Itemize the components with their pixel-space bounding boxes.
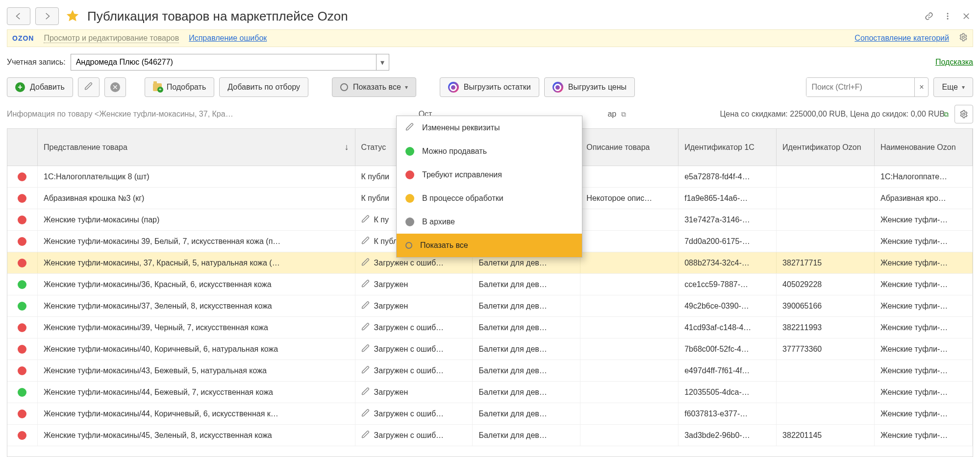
status-dot-icon	[18, 431, 26, 440]
cell-category: Балетки для дев…	[473, 403, 580, 424]
cell-name-ozon: Женские туфли-…	[875, 338, 973, 360]
menu-item-processing[interactable]: В процессе обработки	[397, 187, 582, 210]
search-clear-button[interactable]: ×	[914, 78, 928, 96]
cell-product-name: Женские туфли-мокасины/44, Бежевый, 7, и…	[38, 382, 355, 403]
cell-description	[580, 274, 678, 295]
close-icon[interactable]	[959, 9, 973, 23]
status-filter-menu: Изменены реквизиты Можно продавать Требу…	[396, 116, 582, 258]
cell-category: Балетки для дев…	[473, 295, 580, 316]
edit-button[interactable]	[78, 77, 100, 97]
pencil-icon	[361, 236, 370, 247]
cell-name-ozon: Женские туфли-…	[875, 403, 973, 424]
table-row[interactable]: Женские туфли-мокасины/36, Красный, 6, и…	[7, 274, 973, 295]
hint-link[interactable]: Подсказка	[935, 58, 973, 67]
green-dot-icon	[405, 147, 414, 156]
cell-description	[580, 231, 678, 252]
menu-item-changed[interactable]: Изменены реквизиты	[397, 116, 582, 140]
pencil-icon	[361, 322, 370, 333]
cell-id-ozon	[777, 209, 875, 230]
menu-item-can-sell[interactable]: Можно продавать	[397, 140, 582, 163]
expand-prices-icon[interactable]: ⧉	[944, 110, 949, 119]
cell-product-name: Женские туфли-мокасины/43, Бежевый, 5, н…	[38, 360, 355, 381]
svg-point-0	[947, 13, 949, 14]
cell-status-dot	[7, 209, 38, 230]
cell-status: Загружен	[355, 382, 473, 403]
status-dot-icon	[18, 366, 26, 375]
th-product-name[interactable]: Представление товара↓	[38, 129, 355, 166]
status-dot-icon	[18, 280, 26, 289]
cell-category: Балетки для дев…	[473, 338, 580, 360]
cell-status: Загружен с ошиб…	[355, 338, 473, 360]
th-id-1c[interactable]: Идентификатор 1С	[678, 129, 777, 166]
table-settings-button[interactable]	[955, 105, 973, 123]
page-title: Публикация товаров на маркетплейсе Ozon	[87, 9, 348, 24]
cell-status-dot	[7, 338, 38, 360]
add-by-filter-button[interactable]: Добавить по отбору	[219, 77, 308, 97]
pick-button[interactable]: Подобрать	[145, 77, 215, 97]
table-row[interactable]: Женские туфли-мокасины/37, Зеленый, 8, и…	[7, 295, 973, 317]
table-row[interactable]: Женские туфли-мокасины/43, Бежевый, 5, н…	[7, 360, 973, 382]
view-edit-products-link[interactable]: Просмотр и редактирование товаров	[44, 34, 179, 43]
th-description[interactable]: Описание товара	[580, 129, 678, 166]
upload-prices-button[interactable]: Выгрузить цены	[544, 77, 635, 97]
cell-id-1c: 31e7427a-3146-…	[678, 209, 777, 230]
cell-status-dot	[7, 403, 38, 424]
forward-button[interactable]	[35, 7, 59, 25]
cell-status-dot	[7, 295, 38, 316]
pencil-icon	[361, 344, 370, 355]
cell-product-name: Женские туфли-мокасины/39, Черный, 7, ис…	[38, 317, 355, 338]
match-categories-link[interactable]: Сопоставление категорий	[854, 34, 949, 43]
cell-status-dot	[7, 252, 38, 273]
table-row[interactable]: Женские туфли-мокасины/45, Зеленый, 8, и…	[7, 425, 973, 446]
unit-tail: ар	[607, 110, 616, 119]
table-row[interactable]: Женские туфли-мокасины/40, Коричневый, 6…	[7, 338, 973, 360]
pencil-icon	[361, 387, 370, 398]
table-row[interactable]: Женские туфли-мокасины/44, Бежевый, 7, и…	[7, 382, 973, 403]
expand-icon[interactable]: ⧉	[621, 110, 626, 119]
account-dropdown-button[interactable]: ▾	[376, 54, 389, 70]
pencil-icon	[361, 430, 370, 441]
status-dot-icon	[18, 259, 26, 267]
status-dot-icon	[18, 216, 26, 224]
upload-stocks-button[interactable]: Выгрузить остатки	[440, 77, 539, 97]
search-input[interactable]	[806, 78, 914, 96]
back-button[interactable]	[7, 7, 30, 25]
delete-button[interactable]: ✕	[104, 77, 126, 97]
prices-summary: Цена со скидками: 225000,00 RUB, Цена до…	[720, 110, 945, 119]
more-label: Еще	[942, 83, 958, 92]
th-status-dot[interactable]	[7, 129, 38, 166]
account-input[interactable]	[71, 54, 376, 70]
account-label: Учетная запись:	[7, 58, 66, 67]
more-button[interactable]: Еще▾	[933, 77, 973, 97]
menu-item-need-fix[interactable]: Требуют исправления	[397, 163, 582, 187]
upload-stocks-label: Выгрузить остатки	[464, 83, 531, 92]
table-row[interactable]: Женские туфли-мокасины/39, Черный, 7, ис…	[7, 317, 973, 338]
menu-item-show-all[interactable]: Показать все	[397, 234, 582, 257]
favorite-star-icon[interactable]	[64, 7, 81, 25]
kebab-menu-icon[interactable]	[941, 9, 955, 23]
th-name-ozon[interactable]: Наименование Ozon	[875, 129, 973, 166]
cell-id-1c: 088b2734-32c4-…	[678, 252, 777, 273]
th-id-ozon[interactable]: Идентификатор Ozon	[777, 129, 875, 166]
cell-product-name: Абразивная крошка №3 (кг)	[38, 188, 355, 209]
add-button[interactable]: +Добавить	[7, 77, 73, 97]
cell-id-1c: e5a72878-fd4f-4…	[678, 166, 777, 187]
menu-item-archived[interactable]: В архиве	[397, 210, 582, 234]
ozon-links-bar: OZON Просмотр и редактирование товаров И…	[7, 29, 973, 47]
cell-name-ozon: Абразивная кро…	[875, 188, 973, 209]
status-dot-icon	[18, 388, 26, 397]
cell-id-ozon: 405029228	[777, 274, 875, 295]
cell-name-ozon: Женские туфли-…	[875, 425, 973, 446]
cell-description	[580, 252, 678, 273]
fix-errors-link[interactable]: Исправление ошибок	[189, 34, 267, 43]
table-row[interactable]: Женские туфли-мокасины/44, Коричневый, 6…	[7, 403, 973, 425]
ozon-bar-settings-icon[interactable]	[959, 33, 968, 44]
ozon-icon	[448, 82, 459, 93]
cell-name-ozon: Женские туфли-…	[875, 382, 973, 403]
link-icon[interactable]	[922, 9, 936, 23]
search-box: ×	[806, 77, 929, 97]
status-dot-icon	[18, 194, 26, 203]
show-all-filter-button[interactable]: Показать все▾	[332, 77, 416, 97]
chevron-down-icon: ▾	[405, 84, 408, 91]
account-field: ▾	[71, 54, 389, 71]
